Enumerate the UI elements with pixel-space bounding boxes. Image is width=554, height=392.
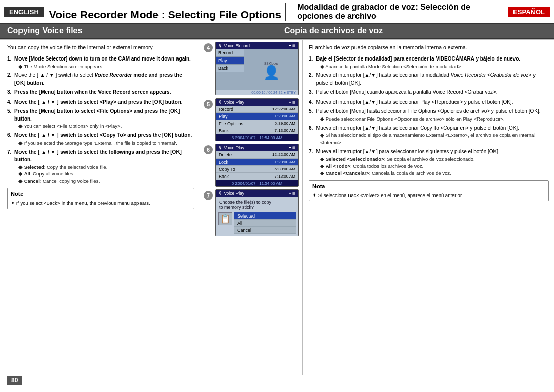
note-es-text: Si selecciona Back <Volver> en el menú, … <box>312 192 545 199</box>
s4-play: Play <box>216 57 244 65</box>
battery-icon-4: ▪▪ <box>289 44 291 48</box>
step-4-content: Move the [ ▲ / ▼ ] switch to select <Pla… <box>14 99 194 106</box>
mic-icon-5: 🎙 <box>218 100 223 105</box>
s5-row-fileoptions: File Options 5:39:00 AM <box>216 120 298 127</box>
section-title-es: Copia de archivos de voz <box>277 24 554 38</box>
signal-icon-4: ▦ <box>292 44 296 48</box>
screen-6: 🎙 Voice Play ▪▪ ▦ Delete 12:22:00 AM L <box>215 144 299 187</box>
s5-row-record: Record 12:22:00 AM <box>216 106 298 113</box>
page-number: 80 <box>7 376 22 385</box>
step-5-num: 5. <box>7 108 14 130</box>
es-step-4: 4. Mueva el interruptor [▲/▼] hasta sele… <box>309 99 549 106</box>
es-step-3-content: Pulse el botón [Menu] cuando aparezca la… <box>316 89 549 96</box>
battery-icon-5: ▪▪ <box>289 100 291 104</box>
s6-row-back: Back 7:13:00 AM <box>216 173 298 180</box>
s6-row-copyto: Copy To 5:39:00 AM <box>216 166 298 173</box>
screen-7-prompt: Choose the file(s) to copyto memory stic… <box>218 199 296 211</box>
s5-row-back: Back 7:13:00 AM <box>216 127 298 134</box>
es-step-7: 7. Mueva el interruptor [▲/▼] para selec… <box>309 148 549 177</box>
es-step-5-num: 5. <box>309 108 316 122</box>
step-3-content: Press the [Menu] button when the Voice R… <box>14 89 194 96</box>
step-7-num: 7. <box>7 149 14 185</box>
es-step-3: 3. Pulse el botón [Menu] cuando aparezca… <box>309 89 549 96</box>
screen-num-7: 7 <box>204 191 213 200</box>
step-4-num: 4. <box>7 99 14 106</box>
s5-row-play: Play 1:23:00 AM <box>216 113 298 120</box>
es-step-7-num: 7. <box>309 148 316 177</box>
screen-4: 🎙 Voice Record ▪▪ ▦ Record Play Back <box>215 42 299 95</box>
col-screens: 4 🎙 Voice Record ▪▪ ▦ <box>200 40 303 375</box>
note-es-title: Nota <box>312 183 545 191</box>
col-english: You can copy the voice file to the inter… <box>0 40 200 375</box>
mic-icon-4: 🎙 <box>218 43 223 48</box>
col-español: El archivo de voz puede copiarse en la m… <box>303 40 554 375</box>
en-step-3: 3. Press the [Menu] button when the Voic… <box>7 89 194 96</box>
screen-5-footer: 5 2004/01/07 11:54:00 AM <box>216 134 298 141</box>
es-step-1-num: 1. <box>309 55 316 70</box>
en-step-6: 6. Move the [ ▲ / ▼ ] switch to select <… <box>7 132 194 146</box>
es-step-6-content: Mueva el interruptor [▲/▼] hasta selecci… <box>316 125 549 146</box>
step-7-content: Move the [ ▲ / ▼ ] switch to select the … <box>14 149 194 185</box>
screen-5-title: 🎙 Voice Play ▪▪ ▦ <box>216 99 298 106</box>
mic-icon-6: 🎙 <box>218 145 223 150</box>
es-step-6-num: 6. <box>309 125 316 146</box>
screen-4-title: 🎙 Voice Record ▪▪ ▦ <box>216 42 298 49</box>
es-steps-list: 1. Baje el [Selector de modalidad] para … <box>309 55 549 177</box>
screen-6-footer: 5 2004/01/07 11:54:00 AM <box>216 180 298 186</box>
s6-row-lock: Lock 1:23:00 AM <box>216 159 298 166</box>
screen-5-title-text: Voice Play <box>224 100 244 105</box>
screen-7-title: 🎙 Voice Play ▪▪ ▦ <box>216 190 298 197</box>
en-intro: You can copy the voice file to the inter… <box>7 44 194 51</box>
title-español: Modalidad de grabador de voz: Selección … <box>290 3 508 21</box>
copy-icon-7: 📋 <box>218 212 232 225</box>
page: ENGLISH Voice Recorder Mode : Selecting … <box>0 0 554 392</box>
top-header: ENGLISH Voice Recorder Mode : Selecting … <box>0 0 554 24</box>
en-step-1: 1. Move [Mode Selector] down to turn on … <box>7 55 194 70</box>
screen-7-options: Selected All Cancel <box>234 212 296 234</box>
s7-selected: Selected <box>234 212 296 220</box>
screen-4-body: Record Play Back 88Kbps 👤 <box>216 49 298 90</box>
sub-headers: Copying Voice files Copia de archivos de… <box>0 24 554 39</box>
screen-block-6: 6 🎙 Voice Play ▪▪ ▦ Delete <box>204 144 299 187</box>
title-english: Voice Recorder Mode : Selecting File Opt… <box>44 9 281 21</box>
step-2-num: 2. <box>7 72 14 87</box>
screen-4-right: 88Kbps 👤 <box>244 49 298 90</box>
step-2-content: Move the [ ▲ / ▼ ] switch to select Voic… <box>14 72 194 87</box>
step-5-content: Press the [Menu] button to select <File … <box>14 108 194 130</box>
header-divider <box>285 3 286 21</box>
s4-record: Record <box>216 49 244 57</box>
screen-7-title-text: Voice Play <box>224 191 244 196</box>
note-es: Nota Si selecciona Back <Volver> en el m… <box>309 180 549 202</box>
mic-icon-7: 🎙 <box>218 191 223 196</box>
es-step-2-num: 2. <box>309 72 316 87</box>
en-steps-list: 1. Move [Mode Selector] down to turn on … <box>7 55 194 185</box>
es-step-2: 2. Mueva el interruptor [▲/▼] hasta sele… <box>309 72 549 87</box>
screen-7-body: Choose the file(s) to copyto memory stic… <box>216 197 298 236</box>
es-step-4-num: 4. <box>309 99 316 106</box>
screen-4-menu: Record Play Back <box>216 49 244 90</box>
español-label: ESPAÑOL <box>508 7 550 17</box>
en-step-4: 4. Move the [ ▲ / ▼ ] switch to select <… <box>7 99 194 106</box>
en-step-7: 7. Move the [ ▲ / ▼ ] switch to select t… <box>7 149 194 185</box>
es-step-1-content: Baje el [Selector de modalidad] para enc… <box>316 55 549 70</box>
es-step-5-content: Pulse el botón [Menu] hasta seleccionar … <box>316 108 549 122</box>
step-3-num: 3. <box>7 89 14 96</box>
note-en: Note If you select <Back> in the menu, t… <box>7 188 194 209</box>
step-1-num: 1. <box>7 55 14 70</box>
signal-icon-5: ▦ <box>292 100 296 104</box>
columns: You can copy the voice file to the inter… <box>0 39 554 375</box>
screen-4-footer: 00:00:16 / 00:24:32 ■ STBY <box>216 90 298 95</box>
battery-icon-7: ▪▪ <box>289 191 291 195</box>
screen-num-4: 4 <box>204 43 213 52</box>
battery-icon-6: ▪▪ <box>289 146 291 150</box>
screen-7-options-row: 📋 Selected All Cancel <box>218 212 296 234</box>
es-step-4-content: Mueva el interruptor [▲/▼] hasta selecci… <box>316 99 549 106</box>
note-en-text: If you select <Back> in the menu, the pr… <box>11 200 191 207</box>
step-1-content: Move [Mode Selector] down to turn on the… <box>14 55 194 70</box>
note-en-title: Note <box>11 190 191 199</box>
english-label: ENGLISH <box>4 7 44 17</box>
es-step-5: 5. Pulse el botón [Menu] hasta seleccion… <box>309 108 549 122</box>
screen-num-5: 5 <box>204 100 213 109</box>
es-step-3-num: 3. <box>309 89 316 96</box>
screen-6-title: 🎙 Voice Play ▪▪ ▦ <box>216 144 298 151</box>
